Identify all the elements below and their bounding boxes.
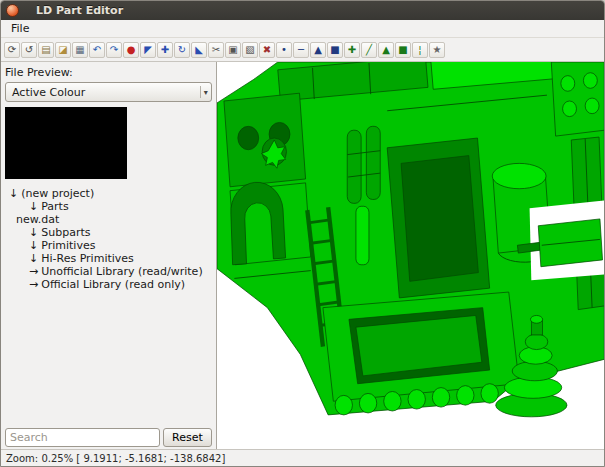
active-colour-combo[interactable]: Active Colour ▾	[5, 82, 212, 102]
project-tree: ↓(new project) ↓Parts new.dat ↓Subparts	[5, 187, 212, 426]
menu-bar: File	[1, 20, 604, 38]
rotate-icon[interactable]: ↻	[174, 42, 190, 58]
live-sync-icon[interactable]: ●	[123, 42, 139, 58]
tree-item[interactable]: →Unofficial Library (read/write)	[5, 265, 212, 278]
cut-icon[interactable]: ✂	[208, 42, 224, 58]
redo-icon[interactable]: ↷	[106, 42, 122, 58]
main-area: File Preview: Active Colour ▾ ↓(new proj…	[1, 62, 604, 449]
tree-expander-icon[interactable]: ↓	[17, 200, 38, 213]
undo-icon[interactable]: ↶	[89, 42, 105, 58]
add-condline-icon[interactable]: ¦	[412, 42, 428, 58]
status-bar: Zoom: 0.25% [ 9.1911; -5.1681; -138.6842…	[1, 449, 604, 466]
scale-icon[interactable]: ◣	[191, 42, 207, 58]
tree-item[interactable]: new.dat	[5, 213, 212, 226]
copy-icon[interactable]: ▣	[225, 42, 241, 58]
app-window: LD Part Editor File ⟳ ↺ ▤ ◪ ▦ ↶ ↷ ● ◤ ✚ …	[0, 0, 605, 467]
tree-expander-icon[interactable]: →	[17, 265, 38, 278]
tree-item-label: Subparts	[41, 226, 90, 239]
tree-item-label: new.dat	[16, 213, 59, 226]
add-line-icon[interactable]: ╱	[361, 42, 377, 58]
settings-icon[interactable]: ★	[429, 42, 445, 58]
face-mode-icon[interactable]: ▲	[310, 42, 326, 58]
tree-item-label: Primitives	[41, 239, 95, 252]
tree-item[interactable]: ↓Primitives	[5, 239, 212, 252]
colour-preview-canvas	[5, 107, 127, 179]
tree-expander-icon[interactable]: ↓	[17, 252, 38, 265]
tree-expander-icon[interactable]: ↓	[7, 187, 18, 200]
vertex-mode-icon[interactable]: •	[276, 42, 292, 58]
search-input[interactable]	[5, 428, 160, 447]
chevron-down-icon: ▾	[204, 88, 208, 97]
paste-icon[interactable]: ▧	[242, 42, 258, 58]
edge-mode-icon[interactable]: ─	[293, 42, 309, 58]
title-bar[interactable]: LD Part Editor	[1, 1, 604, 20]
tree-item[interactable]: ↓(new project)	[5, 187, 212, 200]
tree-item-label: (new project)	[21, 187, 94, 200]
tree-item[interactable]: ↓Parts	[5, 200, 212, 213]
file-preview-label: File Preview:	[5, 66, 212, 79]
subfile-mode-icon[interactable]: ■	[327, 42, 343, 58]
close-button[interactable]	[6, 4, 19, 17]
tree-item-label: Parts	[41, 200, 68, 213]
window-title: LD Part Editor	[36, 4, 123, 17]
open-file-icon[interactable]: ◪	[55, 42, 71, 58]
lego-model-render	[217, 62, 604, 449]
3d-viewport[interactable]	[217, 62, 604, 449]
left-panel: File Preview: Active Colour ▾ ↓(new proj…	[1, 62, 217, 449]
add-quad-icon[interactable]: ■	[395, 42, 411, 58]
tree-item[interactable]: ↓Subparts	[5, 226, 212, 239]
select-icon[interactable]: ◤	[140, 42, 156, 58]
combo-separator	[200, 86, 201, 98]
zoom-status-text: Zoom: 0.25% [ 9.1911; -5.1681; -138.6842…	[6, 453, 225, 464]
menu-file[interactable]: File	[4, 20, 36, 37]
search-row: Reset	[5, 428, 212, 447]
tree-expander-icon[interactable]: ↓	[17, 239, 38, 252]
tree-item[interactable]: ↓Hi-Res Primitives	[5, 252, 212, 265]
reload-icon[interactable]: ↺	[21, 42, 37, 58]
active-colour-value: Active Colour	[12, 86, 197, 99]
new-file-icon[interactable]: ▤	[38, 42, 54, 58]
tree-item[interactable]: →Official Library (read only)	[5, 278, 212, 291]
save-icon[interactable]: ▦	[72, 42, 88, 58]
tree-item-label: Official Library (read only)	[41, 278, 185, 291]
delete-icon[interactable]: ✖	[259, 42, 275, 58]
tree-expander-icon[interactable]: →	[17, 278, 38, 291]
toolbar: ⟳ ↺ ▤ ◪ ▦ ↶ ↷ ● ◤ ✚ ↻ ◣ ✂ ▣ ▧ ✖	[1, 38, 604, 62]
tree-expander-icon[interactable]: ↓	[17, 226, 38, 239]
move-icon[interactable]: ✚	[157, 42, 173, 58]
add-vertex-icon[interactable]: ✚	[344, 42, 360, 58]
tree-item-label: Hi-Res Primitives	[41, 252, 134, 265]
reset-button[interactable]: Reset	[163, 428, 212, 447]
tree-item-label: Unofficial Library (read/write)	[41, 265, 202, 278]
sync-icon[interactable]: ⟳	[4, 42, 20, 58]
add-triangle-icon[interactable]: ▲	[378, 42, 394, 58]
